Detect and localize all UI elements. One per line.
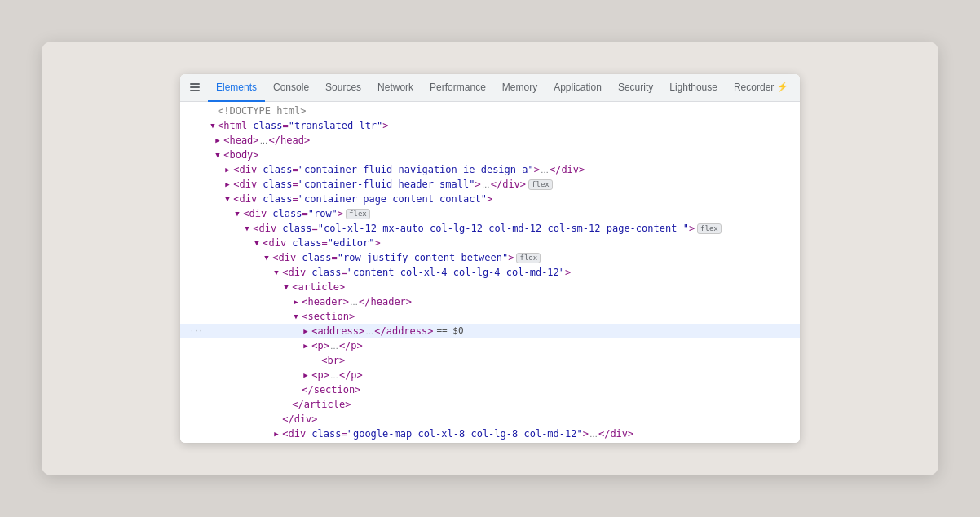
dom-line-section: ▼ <section>: [180, 309, 800, 324]
ah-close: </header>: [359, 294, 412, 309]
toggle-art-header[interactable]: ▶: [208, 294, 296, 309]
tab-bar: Elements Console Sources Network Perform…: [180, 74, 800, 102]
html-eq: =: [282, 118, 288, 133]
toggle-header-small[interactable]: ▶: [208, 177, 227, 192]
tab-elements[interactable]: Elements: [208, 74, 265, 102]
toggle-section[interactable]: ▼: [208, 309, 296, 324]
devtools-window: Elements Console Sources Network Perform…: [180, 74, 800, 443]
cc-val: "content col-xl-4 col-lg-4 col-md-12": [347, 265, 565, 280]
dom-line-p2: ▶ <p> … </p>: [180, 368, 800, 382]
ah-ellipsis[interactable]: …: [349, 298, 359, 307]
row-val: "row": [308, 206, 338, 221]
pc-attr: class: [282, 221, 311, 236]
dom-tree-panel: <!DOCTYPE html> ▼ <html class="translate…: [180, 102, 800, 443]
menu-icon: [188, 82, 201, 95]
p2-open: <p>: [306, 368, 329, 382]
pc-eq: =: [311, 221, 317, 236]
recorder-icon: ⚡: [777, 82, 788, 92]
cc-eq: =: [341, 265, 347, 280]
doctype-text: <!DOCTYPE html>: [218, 104, 306, 118]
cp-open: <div: [227, 192, 263, 206]
toggle-google-map[interactable]: ▶: [208, 426, 276, 441]
dom-line-br: <br>: [180, 353, 800, 368]
toggle-content-col[interactable]: ▼: [208, 265, 276, 280]
hs-ellipsis[interactable]: …: [481, 180, 491, 189]
toggle-body[interactable]: ▼: [208, 148, 218, 162]
rj-gt: >: [508, 250, 514, 265]
tab-recorder[interactable]: Recorder ⚡: [726, 74, 797, 102]
dom-line-page-content: ▼ <div class="col-xl-12 mx-auto col-lg-1…: [180, 221, 800, 236]
dom-line-container-page: ▼ <div class="container page content con…: [180, 192, 800, 206]
nav-eq: =: [292, 162, 298, 177]
tab-elements-label: Elements: [216, 82, 257, 93]
toggle-div-close: [208, 412, 276, 426]
br-tag: <br>: [316, 353, 345, 368]
addr-open: <address>: [306, 324, 364, 338]
outer-wrapper: Elements Console Sources Network Perform…: [42, 42, 938, 475]
gm-ellipsis[interactable]: …: [589, 430, 598, 439]
rj-val: "row justify-content-between": [338, 250, 509, 265]
gm-attr: class: [311, 426, 341, 441]
toggle-container-page[interactable]: ▼: [208, 192, 227, 206]
head-ellipsis[interactable]: …: [259, 136, 269, 145]
ed-open: <div: [257, 236, 292, 250]
hs-gt: >: [475, 177, 480, 192]
toggle-editor[interactable]: ▼: [208, 236, 257, 250]
ah-open: <header>: [296, 294, 349, 309]
tab-lighthouse[interactable]: Lighthouse: [661, 74, 726, 102]
tab-sources[interactable]: Sources: [317, 74, 369, 102]
tab-memory[interactable]: Memory: [494, 74, 545, 102]
row-eq: =: [302, 206, 307, 221]
p1-ellipsis[interactable]: …: [329, 342, 339, 351]
p1-close: </p>: [339, 338, 363, 353]
tab-security[interactable]: Security: [610, 74, 661, 102]
dom-line-content-col: ▼ <div class="content col-xl-4 col-lg-4 …: [180, 265, 800, 280]
nav-ellipsis[interactable]: …: [540, 166, 550, 175]
pc-gt: >: [689, 221, 695, 236]
dom-line-header-small: ▶ <div class="container-fluid header sma…: [180, 177, 800, 192]
toggle-article[interactable]: ▼: [208, 280, 286, 294]
toggle-p1[interactable]: ▶: [208, 338, 306, 353]
toggle-page-content[interactable]: ▼: [208, 221, 247, 236]
toggle-address[interactable]: ▶: [208, 324, 306, 338]
hs-flex-badge: flex: [528, 179, 553, 190]
dom-line-row-justify: ▼ <div class="row justify-content-betwee…: [180, 250, 800, 265]
sec-open: <section>: [296, 309, 355, 324]
hs-eq: =: [292, 177, 298, 192]
nav-open: <div: [227, 162, 263, 177]
dom-line-body: ▼ <body>: [180, 148, 800, 162]
tab-performance[interactable]: Performance: [422, 74, 494, 102]
div-close: </div>: [276, 412, 318, 426]
toggle-html[interactable]: ▼: [208, 118, 218, 133]
toggle-row-justify[interactable]: ▼: [208, 250, 267, 265]
line-gutter-dots: ···: [185, 324, 208, 338]
dom-line-address[interactable]: ··· ▶ <address> … </address> == $0: [180, 324, 800, 338]
nav-gt: >: [534, 162, 540, 177]
dom-line-html: ▼ <html class="translated-ltr">: [180, 118, 800, 133]
gm-val: "google-map col-xl-8 col-lg-8 col-md-12": [347, 426, 583, 441]
html-attr-name: class: [253, 118, 282, 133]
toggle-row[interactable]: ▼: [208, 206, 237, 221]
dom-line-p1: ▶ <p> … </p>: [180, 338, 800, 353]
art-open: <article>: [286, 280, 345, 294]
head-close: </head>: [269, 133, 311, 148]
p2-ellipsis[interactable]: …: [329, 371, 339, 380]
p2-close: </p>: [339, 368, 363, 382]
tab-console[interactable]: Console: [265, 74, 317, 102]
cc-open: <div: [276, 265, 311, 280]
toggle-head[interactable]: ▶: [208, 133, 218, 148]
sec-close: </section>: [296, 382, 360, 397]
more-tabs-button[interactable]: »: [797, 78, 800, 98]
tab-application[interactable]: Application: [545, 74, 610, 102]
tab-recorder-label: Recorder: [734, 82, 774, 93]
body-open: <body>: [218, 148, 259, 162]
ed-gt: >: [375, 236, 381, 250]
ed-val: "editor": [328, 236, 375, 250]
toggle-p2[interactable]: ▶: [208, 368, 306, 382]
ed-eq: =: [321, 236, 327, 250]
devtools-menu-icon[interactable]: [183, 77, 206, 99]
toggle-nav[interactable]: ▶: [208, 162, 227, 177]
row-open: <div: [237, 206, 272, 221]
tab-network[interactable]: Network: [369, 74, 422, 102]
addr-ellipsis[interactable]: …: [364, 327, 374, 336]
